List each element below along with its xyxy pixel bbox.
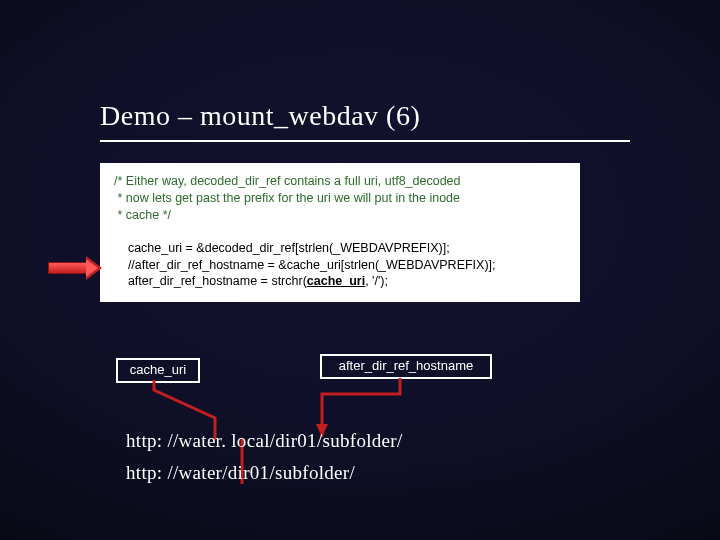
code-emphasis: cache_uri	[307, 274, 365, 288]
code-text: after_dir_ref_hostname = strchr(	[114, 274, 307, 288]
code-line: //after_dir_ref_hostname = &cache_uri[st…	[114, 257, 566, 274]
pointer-arrow-icon	[48, 256, 104, 280]
url-example-1: http: //water. local/dir01/subfolder/	[126, 430, 403, 452]
code-comment-line: * now lets get past the prefix for the u…	[114, 190, 566, 207]
label-after-dir-ref-hostname: after_dir_ref_hostname	[320, 354, 492, 379]
code-comment-line: * cache */	[114, 207, 566, 224]
code-block: /* Either way, decoded_dir_ref contains …	[100, 163, 580, 302]
code-text: , '/');	[365, 274, 388, 288]
code-line: cache_uri = &decoded_dir_ref[strlen(_WEB…	[114, 240, 566, 257]
code-comment-line: /* Either way, decoded_dir_ref contains …	[114, 173, 566, 190]
slide-title: Demo – mount_webdav (6)	[100, 100, 660, 132]
label-cache-uri: cache_uri	[116, 358, 200, 383]
url-example-2: http: //water/dir01/subfolder/	[126, 462, 355, 484]
title-underline	[100, 140, 630, 142]
slide: Demo – mount_webdav (6) /* Either way, d…	[0, 0, 720, 540]
code-line: after_dir_ref_hostname = strchr(cache_ur…	[114, 273, 566, 290]
spacer	[114, 224, 566, 240]
